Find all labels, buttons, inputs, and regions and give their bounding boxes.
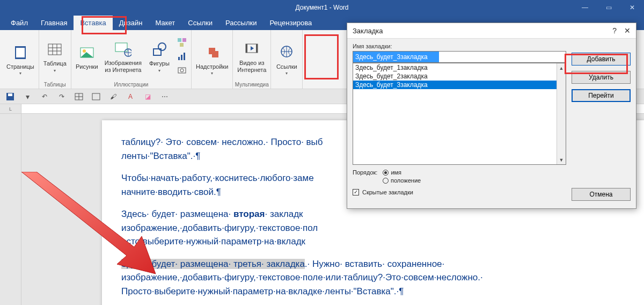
pictures-button[interactable]: Рисунки — [72, 42, 101, 71]
save-icon[interactable] — [4, 91, 16, 102]
pictures-label: Рисунки — [76, 63, 98, 70]
bookmark-list[interactable]: Здесь_будет_1закладка Здесь_будет_2закла… — [353, 63, 566, 165]
scroll-up-icon[interactable]: ▲ — [557, 63, 566, 72]
ruler-corner: L — [0, 104, 21, 114]
svg-rect-1 — [16, 48, 25, 57]
text-fragment: Чтобы·начать·работу,·коснитесь·любого·за… — [121, 173, 314, 183]
text-fragment: изображение,·добавить·фигуру,·текстовое·… — [121, 223, 318, 233]
chevron-down-icon: ▾ — [19, 71, 21, 76]
font-color-icon[interactable]: A — [125, 91, 136, 102]
dialog-title-bar[interactable]: Закладка ? ✕ — [347, 23, 636, 39]
bookmark-dialog: Закладка ? ✕ Имя закладки: Здесь_будет_1… — [347, 23, 636, 209]
illustration-extras — [174, 34, 190, 78]
chevron-down-icon: ▾ — [54, 68, 56, 73]
menu-review[interactable]: Рецензирова — [263, 16, 318, 30]
menu-references[interactable]: Ссылки — [181, 16, 219, 30]
online-video-label: Видео из Интернета — [237, 60, 266, 73]
table-icon — [46, 41, 63, 58]
svg-rect-13 — [178, 38, 181, 42]
undo-arrow-icon[interactable]: ▾ — [21, 91, 33, 102]
online-pictures-icon — [114, 40, 131, 57]
list-item[interactable]: Здесь_будет_1закладка — [353, 63, 566, 72]
vertical-ruler[interactable] — [0, 114, 21, 305]
svg-rect-14 — [182, 38, 186, 42]
text-fragment: · закладк — [265, 209, 303, 219]
smartart-button[interactable] — [176, 37, 188, 48]
scroll-down-icon[interactable]: ▼ — [557, 155, 566, 164]
pages-button[interactable]: Страницы ▾ — [3, 42, 38, 77]
addins-label: Надстройки — [196, 63, 228, 70]
menu-home[interactable]: Главная — [34, 16, 74, 30]
svg-rect-22 — [246, 44, 247, 53]
cancel-button[interactable]: Отмена — [572, 188, 631, 201]
checkbox-label: Скрытые закладки — [362, 189, 413, 195]
screenshot-button[interactable] — [176, 64, 188, 76]
links-label: Ссылки — [276, 63, 297, 70]
svg-point-8 — [83, 49, 86, 53]
addins-icon — [203, 44, 221, 61]
close-icon[interactable]: ✕ — [624, 26, 631, 35]
scrollbar[interactable]: ▲ ▼ — [557, 63, 566, 164]
selected-text: Здесь· будет· размещена· третья· закладк… — [121, 259, 305, 269]
order-name-radio[interactable]: имя — [383, 169, 401, 176]
minimize-button[interactable]: — — [573, 0, 597, 15]
redo-icon[interactable]: ↷ — [56, 91, 68, 102]
menu-layout[interactable]: Макет — [149, 16, 181, 30]
close-button[interactable]: ✕ — [620, 0, 644, 15]
links-icon — [278, 44, 295, 61]
text-fragment: изображение,·добавить·фигуру,·текстовое·… — [121, 272, 483, 282]
window-title: Документ1 - Word — [295, 4, 348, 11]
text-fragment: осто·выберите·нужный·параметр·на·вкладк — [121, 236, 305, 246]
chevron-down-icon: ▾ — [158, 68, 160, 73]
radio-label: имя — [391, 169, 401, 176]
media-group-label: Мультимедиа — [235, 81, 269, 88]
table-button[interactable]: Таблица ▾ — [40, 39, 70, 74]
bookmark-name-label: Имя закладки: — [353, 43, 566, 49]
online-video-icon — [243, 40, 260, 57]
help-button[interactable]: ? — [612, 26, 617, 35]
list-item[interactable]: Здесь_будет_2закладка — [353, 72, 566, 81]
title-bar: Документ1 - Word — ▭ ✕ — [0, 0, 644, 15]
eraser-icon[interactable]: ◪ — [142, 91, 153, 102]
online-pictures-button[interactable]: Изображения из Интернета — [101, 38, 145, 74]
text-fragment: таблицу?· Это· совсем· несложно.· Просто… — [121, 137, 323, 147]
undo-icon[interactable]: ↶ — [39, 91, 50, 102]
table-quick-icon[interactable] — [73, 91, 85, 102]
delete-button[interactable]: Удалить — [572, 71, 631, 84]
svg-rect-23 — [256, 44, 258, 53]
menu-mailings[interactable]: Рассылки — [219, 16, 263, 30]
hidden-bookmarks-checkbox[interactable] — [353, 189, 359, 195]
illustrations-group-label: Иллюстрации — [114, 81, 148, 88]
dialog-title: Закладка — [353, 27, 383, 35]
svg-point-20 — [180, 69, 184, 72]
addins-button[interactable]: Надстройки ▾ — [193, 42, 231, 77]
svg-rect-26 — [8, 93, 12, 96]
list-quick-icon[interactable] — [90, 91, 102, 102]
add-button[interactable]: Добавить — [572, 53, 631, 66]
links-button[interactable]: Ссылки ▾ — [272, 42, 301, 77]
pages-icon — [12, 44, 29, 61]
menu-insert[interactable]: Вставка — [74, 16, 112, 30]
online-video-button[interactable]: Видео из Интернета — [234, 38, 269, 74]
more-quick-icon[interactable]: ⋯ — [159, 91, 171, 102]
text-fragment: Просто·выберите·нужный·параметр·на·вклад… — [121, 286, 404, 296]
format-painter-icon[interactable]: 🖌 — [107, 91, 119, 102]
bookmark-name-input[interactable] — [353, 51, 566, 63]
menu-file[interactable]: Файл — [4, 16, 34, 30]
table-label: Таблица — [43, 60, 67, 67]
pictures-icon — [78, 44, 96, 61]
text-fragment: ленты·"Вставка".·¶ — [121, 151, 200, 161]
menu-design[interactable]: Дизайн — [113, 16, 149, 30]
list-item[interactable]: Здесь_будет_3закладка — [353, 81, 566, 89]
bold-word: вторая — [233, 209, 265, 219]
shapes-button[interactable]: Фигуры ▾ — [145, 39, 174, 74]
goto-button[interactable]: Перейти — [572, 89, 631, 102]
chevron-down-icon: ▾ — [286, 71, 288, 76]
order-position-radio[interactable]: положение — [383, 177, 421, 184]
chart-button[interactable] — [176, 50, 188, 62]
svg-rect-30 — [92, 93, 100, 100]
restore-button[interactable]: ▭ — [597, 0, 620, 15]
svg-rect-2 — [48, 44, 61, 55]
svg-rect-15 — [180, 43, 184, 47]
text-fragment: начните·вводить·свой.¶ — [121, 187, 221, 197]
